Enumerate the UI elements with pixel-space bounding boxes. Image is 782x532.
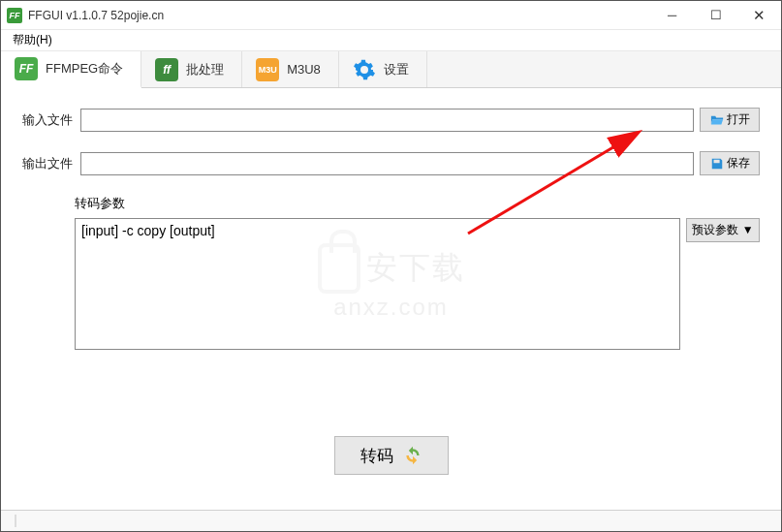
minimize-button[interactable]: ─ <box>650 1 694 29</box>
close-button[interactable]: ✕ <box>737 1 781 29</box>
maximize-button[interactable]: ☐ <box>694 1 737 29</box>
folder-open-icon <box>710 113 724 127</box>
params-field[interactable] <box>75 218 680 350</box>
params-label: 转码参数 <box>75 195 760 212</box>
output-file-field[interactable] <box>80 152 694 175</box>
open-button[interactable]: 打开 <box>700 108 760 132</box>
tab-settings[interactable]: 设置 <box>339 51 427 87</box>
transcode-button[interactable]: 转码 <box>334 436 449 475</box>
tab-label: 设置 <box>384 61 409 78</box>
tab-batch[interactable]: ff 批处理 <box>141 51 242 87</box>
app-icon: FF <box>7 8 22 23</box>
params-section: 转码参数 预设参数 ▼ <box>75 195 760 350</box>
tab-strip: FF FFMPEG命令 ff 批处理 M3U M3U8 设置 <box>1 51 781 88</box>
titlebar: FF FFGUI v1.1.0.7 52pojie.cn ─ ☐ ✕ <box>1 1 781 30</box>
save-icon <box>710 157 724 171</box>
preset-params-button[interactable]: 预设参数 ▼ <box>686 218 760 242</box>
window-controls: ─ ☐ ✕ <box>650 1 781 29</box>
tab-m3u8[interactable]: M3U M3U8 <box>242 51 339 87</box>
tab-ffmpeg-command[interactable]: FF FFMPEG命令 <box>1 51 141 88</box>
gear-icon <box>353 58 376 81</box>
open-button-label: 打开 <box>727 111 750 128</box>
tab-label: 批处理 <box>186 61 224 78</box>
refresh-icon <box>403 446 422 465</box>
transcode-button-label: 转码 <box>360 445 393 467</box>
input-file-row: 输入文件 打开 <box>22 108 760 132</box>
output-file-row: 输出文件 保存 <box>22 151 760 175</box>
save-button-label: 保存 <box>727 155 750 172</box>
menubar: 帮助(H) <box>1 30 781 51</box>
content-area: 输入文件 打开 输出文件 保存 转码参数 预设参数 ▼ <box>1 88 781 360</box>
ffmpeg-icon: FF <box>15 57 38 80</box>
tab-label: M3U8 <box>287 62 321 77</box>
input-file-field[interactable] <box>80 109 694 132</box>
save-button[interactable]: 保存 <box>700 151 760 175</box>
input-file-label: 输入文件 <box>22 111 75 129</box>
output-file-label: 输出文件 <box>22 155 75 172</box>
menu-help[interactable]: 帮助(H) <box>7 30 58 50</box>
tab-label: FFMPEG命令 <box>46 60 123 78</box>
m3u8-icon: M3U <box>256 58 279 81</box>
batch-icon: ff <box>155 58 178 81</box>
statusbar <box>1 510 781 531</box>
window-title: FFGUI v1.1.0.7 52pojie.cn <box>28 9 164 22</box>
